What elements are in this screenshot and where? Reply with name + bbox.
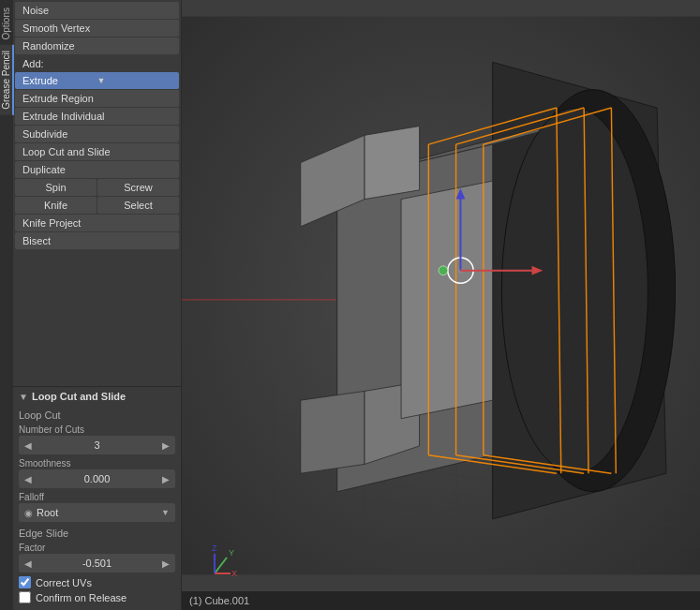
extrude-arrow-icon: ▼ <box>97 76 172 85</box>
duplicate-btn[interactable]: Duplicate <box>15 161 179 178</box>
smoothness-label: Smoothness <box>19 458 175 469</box>
svg-line-42 <box>215 558 227 573</box>
factor-arrow-right-icon[interactable]: ▶ <box>160 558 171 569</box>
smooth-arrow-right-icon[interactable]: ▶ <box>160 474 171 484</box>
axis-widget: Y X Z <box>191 541 238 589</box>
smoothness-field[interactable]: ◀ 0.000 ▶ <box>19 469 175 488</box>
number-of-cuts-field[interactable]: ◀ 3 ▶ <box>19 436 175 454</box>
svg-marker-17 <box>365 126 420 200</box>
falloff-icon: ◉ <box>24 508 33 518</box>
viewport-footer: (1) Cube.001 <box>182 591 700 610</box>
spin-btn[interactable]: Spin <box>15 179 97 196</box>
tab-grease-pencil[interactable]: Grease Pencil <box>0 45 14 115</box>
falloff-arrow-icon: ▼ <box>161 508 170 517</box>
confirm-on-release-label: Confirm on Release <box>36 592 127 603</box>
falloff-label: Falloff <box>19 492 175 502</box>
loop-cut-slide-btn[interactable]: Loop Cut and Slide <box>15 143 179 160</box>
cuts-arrow-left-icon[interactable]: ◀ <box>22 440 34 451</box>
falloff-row: Falloff ◉ Root ▼ <box>19 492 175 522</box>
svg-text:Z: Z <box>212 543 217 553</box>
correct-uvs-label: Correct UVs <box>36 577 92 588</box>
factor-field[interactable]: ◀ -0.501 ▶ <box>19 554 175 573</box>
extrude-region-btn[interactable]: Extrude Region <box>15 90 179 107</box>
noise-btn[interactable]: Noise <box>15 2 179 19</box>
extrude-dropdown[interactable]: Extrude ▼ <box>15 72 179 89</box>
viewport-svg <box>182 0 700 591</box>
tab-options[interactable]: Options <box>0 2 14 45</box>
cuts-value: 3 <box>34 439 160 451</box>
correct-uvs-checkbox[interactable] <box>19 576 31 588</box>
viewport-footer-text: (1) Cube.001 <box>189 595 249 606</box>
randomize-btn[interactable]: Randomize <box>15 37 179 54</box>
svg-point-21 <box>501 108 648 473</box>
bisect-btn[interactable]: Bisect <box>15 232 179 249</box>
spin-screw-row: Spin Screw <box>15 179 179 196</box>
falloff-value: Root <box>37 507 161 518</box>
knife-select-row: Knife Select <box>15 197 179 214</box>
model-area <box>182 0 700 591</box>
svg-marker-22 <box>401 181 493 419</box>
svg-text:X: X <box>231 569 237 578</box>
smooth-value: 0.000 <box>34 473 160 484</box>
panel-title: Loop Cut and Slide <box>32 391 126 402</box>
viewport[interactable]: Y X Z (1) Cube.001 <box>182 0 700 610</box>
screw-btn[interactable]: Screw <box>97 179 179 196</box>
falloff-dropdown[interactable]: ◉ Root ▼ <box>19 503 175 522</box>
loop-cut-panel: ▼ Loop Cut and Slide Loop Cut Number of … <box>13 386 181 610</box>
subdivide-btn[interactable]: Subdivide <box>15 126 179 142</box>
add-label: Add: <box>15 55 179 72</box>
smooth-arrow-left-icon[interactable]: ◀ <box>22 474 34 484</box>
select-btn[interactable]: Select <box>97 197 179 214</box>
factor-row: Factor ◀ -0.501 ▶ <box>19 543 175 573</box>
svg-text:Y: Y <box>229 548 234 558</box>
knife-project-btn[interactable]: Knife Project <box>15 215 179 231</box>
extrude-label: Extrude <box>22 75 97 86</box>
correct-uvs-row[interactable]: Correct UVs <box>19 576 175 588</box>
factor-arrow-left-icon[interactable]: ◀ <box>22 558 34 569</box>
svg-marker-18 <box>301 391 365 473</box>
cuts-arrow-right-icon[interactable]: ▶ <box>160 440 171 451</box>
confirm-on-release-checkbox[interactable] <box>19 591 31 603</box>
sidebar-top: Noise Smooth Vertex Randomize Add: Extru… <box>13 0 181 386</box>
confirm-on-release-row[interactable]: Confirm on Release <box>19 591 175 603</box>
panel-header[interactable]: ▼ Loop Cut and Slide <box>19 391 175 402</box>
factor-label: Factor <box>19 543 175 553</box>
smooth-vertex-btn[interactable]: Smooth Vertex <box>15 20 179 37</box>
smoothness-row: Smoothness ◀ 0.000 ▶ <box>19 458 175 488</box>
number-of-cuts-label: Number of Cuts <box>19 424 175 435</box>
tab-strip: Options Grease Pencil <box>0 0 13 610</box>
extrude-individual-btn[interactable]: Extrude Individual <box>15 108 179 125</box>
loop-cut-section-label: Loop Cut <box>19 408 175 423</box>
number-of-cuts-row: Number of Cuts ◀ 3 ▶ <box>19 424 175 454</box>
edge-slide-section-label: Edge Slide <box>19 526 175 541</box>
sidebar: Noise Smooth Vertex Randomize Add: Extru… <box>13 0 182 610</box>
panel-collapse-icon: ▼ <box>19 392 28 402</box>
knife-btn[interactable]: Knife <box>15 197 97 214</box>
svg-point-37 <box>439 266 448 275</box>
factor-value: -0.501 <box>34 558 160 569</box>
